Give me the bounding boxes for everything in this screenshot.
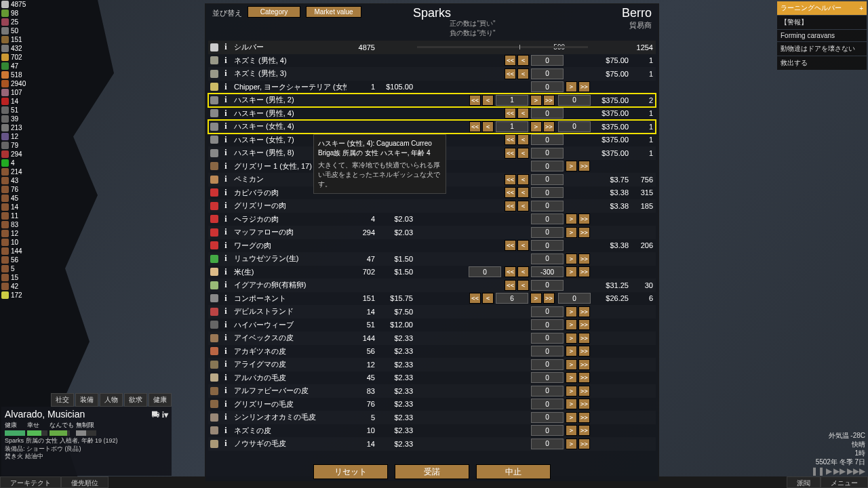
- learning-helper-alert[interactable]: ラーニングヘルパー+: [777, 1, 867, 15]
- buy-all-button[interactable]: >>: [543, 121, 555, 132]
- info-icon[interactable]: i: [220, 253, 231, 264]
- buy-one-button[interactable]: >: [566, 81, 577, 92]
- alert-item[interactable]: 【警報】: [777, 16, 867, 29]
- quantity-input[interactable]: [531, 161, 564, 171]
- resource-row[interactable]: 2940: [1, 79, 26, 88]
- info-icon[interactable]: i: [220, 174, 231, 184]
- sort-category-button[interactable]: Category: [248, 6, 300, 18]
- buy-one-button[interactable]: >: [566, 161, 577, 171]
- sell-all-button[interactable]: <<: [505, 280, 516, 291]
- sell-all-button[interactable]: <<: [505, 148, 516, 159]
- speed-controls[interactable]: ❚❚ ▶ ▶▶ ▶▶▶: [811, 466, 865, 476]
- info-icon[interactable]: i: [220, 214, 231, 224]
- info-icon[interactable]: i: [220, 135, 231, 145]
- resource-row[interactable]: 12: [1, 132, 26, 141]
- buy-all-button[interactable]: >>: [578, 425, 590, 436]
- resource-row[interactable]: 25: [1, 18, 26, 26]
- quantity-input[interactable]: [531, 227, 564, 238]
- quantity-input[interactable]: [531, 372, 564, 383]
- info-icon[interactable]: i: [220, 306, 231, 317]
- resource-row[interactable]: 4875: [1, 0, 26, 9]
- sell-one-button[interactable]: <: [517, 240, 529, 251]
- sell-one-button[interactable]: <: [517, 148, 529, 159]
- info-icon[interactable]: i: [220, 439, 231, 449]
- quantity-input[interactable]: [531, 346, 564, 357]
- quantity-input[interactable]: [531, 214, 564, 224]
- resource-row[interactable]: 144: [1, 247, 26, 256]
- buy-all-button[interactable]: >>: [578, 227, 590, 238]
- quantity-input[interactable]: [531, 81, 564, 92]
- info-icon[interactable]: i: [220, 386, 231, 396]
- info-icon[interactable]: i: [220, 267, 231, 277]
- resource-row[interactable]: 45: [1, 194, 26, 203]
- buy-all-button[interactable]: >>: [578, 319, 590, 330]
- sell-all-button[interactable]: <<: [469, 95, 481, 106]
- resource-row[interactable]: 12: [1, 229, 26, 238]
- buy-one-button[interactable]: >: [566, 372, 577, 383]
- buy-one-button[interactable]: >: [566, 306, 577, 317]
- right-qty-input[interactable]: [558, 95, 591, 106]
- sell-one-button[interactable]: <: [482, 95, 494, 106]
- buy-all-button[interactable]: >>: [578, 346, 590, 357]
- resource-row[interactable]: 213: [1, 123, 26, 132]
- resource-row[interactable]: 4: [1, 159, 26, 167]
- buy-one-button[interactable]: >: [566, 227, 577, 238]
- buy-all-button[interactable]: >>: [578, 253, 590, 264]
- quantity-input[interactable]: [531, 425, 564, 436]
- priorities-button[interactable]: 優先順位: [61, 476, 108, 488]
- info-icon[interactable]: i: [220, 121, 231, 131]
- resource-row[interactable]: 702: [1, 53, 26, 62]
- buy-all-button[interactable]: >>: [578, 399, 590, 409]
- info-icon[interactable]: i▾: [162, 410, 168, 420]
- buy-one-button[interactable]: >: [566, 386, 577, 396]
- resource-row[interactable]: 39: [1, 115, 26, 123]
- sell-one-button[interactable]: <: [482, 293, 494, 304]
- info-icon[interactable]: i: [220, 241, 231, 251]
- sell-all-button[interactable]: <<: [469, 121, 481, 132]
- right-qty-input[interactable]: [558, 121, 591, 132]
- info-icon[interactable]: i: [220, 68, 231, 79]
- buy-one-button[interactable]: >: [566, 266, 577, 277]
- pawn-tab[interactable]: 人物: [100, 393, 123, 407]
- cancel-button[interactable]: 中止: [476, 464, 551, 479]
- factions-button[interactable]: 派閥: [787, 476, 821, 488]
- quantity-input[interactable]: [531, 386, 564, 396]
- info-icon[interactable]: i: [220, 42, 231, 52]
- quantity-input[interactable]: [531, 148, 564, 159]
- buy-one-button[interactable]: >: [566, 399, 577, 409]
- quantity-input[interactable]: [496, 95, 528, 106]
- trade-list[interactable]: i シルバー 4875 -599 1254 i ネズミ (男性, 4) <<< …: [205, 41, 658, 461]
- info-icon[interactable]: i: [220, 188, 231, 198]
- buy-all-button[interactable]: >>: [578, 306, 590, 317]
- resource-row[interactable]: 79: [1, 141, 26, 150]
- quantity-input[interactable]: [531, 333, 564, 344]
- buy-all-button[interactable]: >>: [543, 95, 555, 106]
- play-icon[interactable]: ▶: [826, 466, 832, 476]
- resource-row[interactable]: 151: [1, 35, 26, 44]
- right-qty-input[interactable]: [558, 293, 591, 304]
- buy-one-button[interactable]: >: [566, 439, 577, 449]
- quantity-input[interactable]: [531, 359, 564, 370]
- quantity-input[interactable]: [531, 240, 564, 251]
- sell-one-button[interactable]: <: [517, 55, 529, 66]
- info-icon[interactable]: i: [220, 56, 231, 66]
- buy-one-button[interactable]: >: [566, 214, 577, 224]
- buy-all-button[interactable]: >>: [578, 214, 590, 224]
- quantity-input[interactable]: [531, 134, 564, 145]
- buy-all-button[interactable]: >>: [578, 372, 590, 383]
- info-icon[interactable]: i: [220, 82, 231, 92]
- sell-all-button[interactable]: <<: [505, 266, 516, 277]
- resource-row[interactable]: 432: [1, 44, 26, 53]
- resource-row[interactable]: 98: [1, 9, 26, 18]
- quantity-input[interactable]: [531, 187, 564, 198]
- quantity-input[interactable]: [531, 174, 564, 185]
- buy-all-button[interactable]: >>: [578, 266, 590, 277]
- sell-all-button[interactable]: <<: [505, 134, 516, 145]
- info-icon[interactable]: i: [220, 333, 231, 343]
- fast-icon[interactable]: ▶▶: [833, 466, 846, 476]
- alert-item[interactable]: 動物達はドアを壊さない: [777, 42, 867, 56]
- reset-button[interactable]: リセット: [313, 464, 388, 479]
- resource-row[interactable]: 43: [1, 176, 26, 185]
- resource-row[interactable]: 518: [1, 70, 26, 79]
- resource-row[interactable]: 10: [1, 238, 26, 247]
